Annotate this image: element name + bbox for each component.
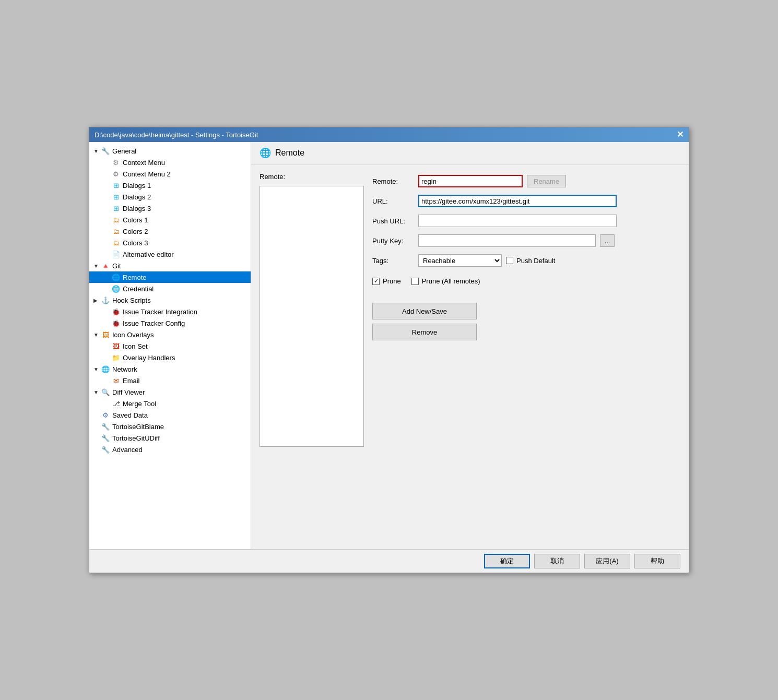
sidebar-item-hook-scripts[interactable]: ▶⚓Hook Scripts <box>89 294 251 306</box>
remote-section-label: Remote: <box>260 173 364 183</box>
sidebar-label-advanced: Advanced <box>112 446 143 454</box>
tree-icon-context-menu: ⚙ <box>111 158 121 167</box>
sidebar-item-general[interactable]: ▼🔧General <box>89 145 251 157</box>
main-content: ▼🔧General⚙Context Menu⚙Context Menu 2⊞Di… <box>89 142 689 549</box>
add-new-save-button[interactable]: Add New/Save <box>372 303 477 319</box>
sidebar-item-icon-overlays[interactable]: ▼🖼Icon Overlays <box>89 329 251 340</box>
tags-row: Tags: ReachableAllNone Push Default <box>372 254 680 267</box>
putty-browse-button[interactable]: ... <box>600 234 615 247</box>
settings-window: D:\code\java\code\heima\gittest - Settin… <box>89 127 689 573</box>
sidebar-label-network: Network <box>112 365 137 373</box>
close-button[interactable]: ✕ <box>677 130 683 139</box>
sidebar-item-issue-tracker[interactable]: 🐞Issue Tracker Integration <box>89 306 251 317</box>
prune-row: Prune Prune (All remotes) <box>372 277 680 285</box>
sidebar-item-network[interactable]: ▼🌐Network <box>89 363 251 375</box>
sidebar-item-colors-3[interactable]: 🗂Colors 3 <box>89 237 251 248</box>
ok-button[interactable]: 确定 <box>484 554 530 568</box>
sidebar-item-remote[interactable]: 🌐Remote <box>89 271 251 283</box>
apply-button[interactable]: 应用(A) <box>584 554 630 568</box>
prune-row-item: Prune <box>372 277 401 285</box>
push-default-checkbox[interactable] <box>506 257 513 264</box>
sidebar-item-dialogs-2[interactable]: ⊞Dialogs 2 <box>89 191 251 203</box>
sidebar-label-email: Email <box>123 377 140 385</box>
remote-list-box[interactable] <box>260 186 364 447</box>
sidebar-item-overlay-handlers[interactable]: 📁Overlay Handlers <box>89 352 251 363</box>
tree-icon-diff-viewer: 🔍 <box>101 387 110 397</box>
panel-header: 🌐 Remote <box>251 142 689 164</box>
sidebar-label-overlay-handlers: Overlay Handlers <box>123 354 175 362</box>
sidebar-item-context-menu-2[interactable]: ⚙Context Menu 2 <box>89 168 251 180</box>
putty-key-input[interactable] <box>418 234 596 247</box>
panel-header-icon: 🌐 <box>260 147 271 159</box>
cancel-button[interactable]: 取消 <box>534 554 580 568</box>
tree-icon-colors-3: 🗂 <box>111 238 121 247</box>
sidebar-item-icon-set[interactable]: 🖼Icon Set <box>89 340 251 352</box>
sidebar-label-alt-editor: Alternative editor <box>123 251 174 258</box>
sidebar-item-dialogs-3[interactable]: ⊞Dialogs 3 <box>89 203 251 214</box>
sidebar-label-tortoisegitblame: TortoiseGitBlame <box>112 423 164 431</box>
url-input[interactable] <box>418 195 617 207</box>
sidebar-item-saved-data[interactable]: ⚙Saved Data <box>89 409 251 421</box>
prune-label: Prune <box>383 277 401 285</box>
rename-button[interactable]: Rename <box>527 175 566 187</box>
sidebar-item-tortoisegitblame[interactable]: 🔧TortoiseGitBlame <box>89 421 251 432</box>
title-bar: D:\code\java\code\heima\gittest - Settin… <box>89 127 689 142</box>
tree-icon-issue-tracker-config: 🐞 <box>111 318 121 328</box>
url-row: URL: <box>372 195 680 207</box>
sidebar-label-colors-2: Colors 2 <box>123 228 148 235</box>
prune-all-checkbox[interactable] <box>411 278 419 285</box>
tree-icon-alt-editor: 📄 <box>111 250 121 259</box>
sidebar-item-tortoisegitudiff[interactable]: 🔧TortoiseGitUDiff <box>89 432 251 444</box>
sidebar-label-context-menu-2: Context Menu 2 <box>123 170 171 178</box>
putty-key-row: Putty Key: ... <box>372 234 680 247</box>
tags-select[interactable]: ReachableAllNone <box>418 254 502 267</box>
remote-field-label: Remote: <box>372 177 414 185</box>
tree-icon-saved-data: ⚙ <box>101 410 110 420</box>
prune-checkbox[interactable] <box>372 278 380 285</box>
push-url-label: Push URL: <box>372 217 414 225</box>
sidebar-label-general: General <box>112 147 136 155</box>
sidebar-label-icon-overlays: Icon Overlays <box>112 331 154 339</box>
remove-button[interactable]: Remove <box>372 324 477 340</box>
sidebar-label-icon-set: Icon Set <box>123 342 148 350</box>
sidebar-item-diff-viewer[interactable]: ▼🔍Diff Viewer <box>89 386 251 398</box>
tree-icon-merge-tool: ⎇ <box>111 399 121 408</box>
right-panel: 🌐 Remote Remote: Remote: <box>251 142 689 549</box>
sidebar-item-colors-2[interactable]: 🗂Colors 2 <box>89 226 251 237</box>
sidebar-item-dialogs-1[interactable]: ⊞Dialogs 1 <box>89 180 251 191</box>
sidebar-item-merge-tool[interactable]: ⎇Merge Tool <box>89 398 251 409</box>
tree-icon-email: ✉ <box>111 376 121 385</box>
sidebar-label-diff-viewer: Diff Viewer <box>112 388 145 396</box>
sidebar-label-git: Git <box>112 262 121 270</box>
sidebar-label-issue-tracker: Issue Tracker Integration <box>123 308 197 316</box>
sidebar-item-email[interactable]: ✉Email <box>89 375 251 386</box>
footer: 确定 取消 应用(A) 帮助 <box>89 549 689 573</box>
push-url-input[interactable] <box>418 215 617 227</box>
help-button[interactable]: 帮助 <box>634 554 680 568</box>
sidebar-item-credential[interactable]: 🌐Credential <box>89 283 251 294</box>
sidebar-label-merge-tool: Merge Tool <box>123 400 156 408</box>
remote-input[interactable] <box>418 175 523 187</box>
tree-icon-issue-tracker: 🐞 <box>111 307 121 316</box>
push-default-label: Push Default <box>516 257 555 265</box>
sidebar-label-remote: Remote <box>123 274 147 281</box>
tags-label: Tags: <box>372 257 414 265</box>
putty-key-label: Putty Key: <box>372 237 414 245</box>
action-buttons: Add New/Save Remove <box>372 303 680 340</box>
sidebar-item-colors-1[interactable]: 🗂Colors 1 <box>89 214 251 226</box>
sidebar-item-advanced[interactable]: 🔧Advanced <box>89 444 251 455</box>
panel-header-title: Remote <box>275 148 304 158</box>
sidebar-item-context-menu[interactable]: ⚙Context Menu <box>89 157 251 168</box>
tree-icon-icon-overlays: 🖼 <box>101 330 110 339</box>
remote-row: Remote: Rename <box>372 175 680 187</box>
sidebar-item-git[interactable]: ▼🔺Git <box>89 260 251 271</box>
sidebar-item-issue-tracker-config[interactable]: 🐞Issue Tracker Config <box>89 317 251 329</box>
sidebar-item-alt-editor[interactable]: 📄Alternative editor <box>89 248 251 260</box>
sidebar-label-colors-1: Colors 1 <box>123 216 148 224</box>
tree-icon-context-menu-2: ⚙ <box>111 169 121 179</box>
form-area: Remote: Rename URL: Push URL: <box>372 173 680 541</box>
tree-icon-colors-1: 🗂 <box>111 215 121 224</box>
tree-icon-overlay-handlers: 📁 <box>111 353 121 362</box>
sidebar-label-issue-tracker-config: Issue Tracker Config <box>123 319 185 327</box>
prune-all-row-item: Prune (All remotes) <box>411 277 480 285</box>
